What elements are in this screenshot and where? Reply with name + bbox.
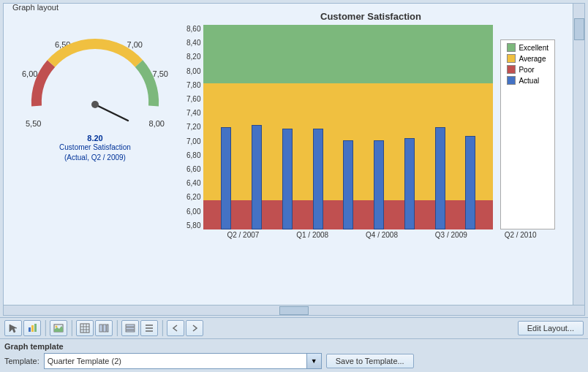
bar-rect xyxy=(252,125,262,229)
edit-layout-button[interactable]: Edit Layout... xyxy=(518,321,584,335)
xaxis-q4-2008: Q4 / 2008 xyxy=(366,231,398,239)
scrollbar-vertical[interactable] xyxy=(573,4,584,315)
gauge-svg: 6,00 6,50 7,00 7,50 5,50 8,00 xyxy=(22,26,168,128)
legend-poor: Poor xyxy=(507,65,549,74)
bar-rect xyxy=(374,140,384,229)
toolbar-btn-rows[interactable] xyxy=(121,320,139,336)
toolbar-btn-back[interactable] xyxy=(167,320,184,336)
toolbar-btn-list[interactable] xyxy=(140,320,158,336)
toolbar-separator-3 xyxy=(116,320,118,336)
svg-rect-13 xyxy=(99,324,102,332)
bar-q2-2007-2 xyxy=(252,125,262,229)
template-controls: Template: Quarter Template (2) ▼ Save to… xyxy=(4,353,584,369)
template-select[interactable]: Quarter Template (2) ▼ xyxy=(44,353,322,369)
legend-average: Average xyxy=(507,54,549,63)
bar-q3-2009-2 xyxy=(435,127,445,229)
barchart-area: 8,60 8,40 8,20 8,00 7,80 7,60 7,40 7,20 … xyxy=(186,25,555,229)
gauge-value: 8.20 xyxy=(87,134,102,143)
xaxis-q2-2010: Q2 / 2010 xyxy=(505,231,537,239)
svg-rect-3 xyxy=(29,327,31,332)
legend-box-excellent xyxy=(507,43,516,52)
svg-line-0 xyxy=(95,105,128,121)
legend-box-poor xyxy=(507,65,516,74)
legend-label-excellent: Excellent xyxy=(519,44,549,52)
rows-icon xyxy=(125,323,135,333)
template-select-text: Quarter Template (2) xyxy=(45,353,306,369)
main-container: Graph layout 6,00 6,50 7,00 7,50 5,50 8,… xyxy=(0,0,588,372)
bar-rect xyxy=(465,136,475,229)
bar-q2-2007-1 xyxy=(221,127,231,229)
save-template-button[interactable]: Save to Template... xyxy=(326,354,414,368)
bar-q1-2008-1 xyxy=(282,129,293,229)
bar-rect xyxy=(404,138,415,229)
svg-rect-14 xyxy=(103,324,106,332)
toolbar-separator-4 xyxy=(162,320,163,336)
legend-label-average: Average xyxy=(519,55,546,63)
barchart-container: Customer Satisfaction 8,60 8,40 8,20 8,0… xyxy=(179,11,577,239)
template-dropdown-btn[interactable]: ▼ xyxy=(306,354,321,368)
svg-rect-18 xyxy=(126,330,135,332)
legend-actual: Actual xyxy=(507,76,549,85)
gauge-container: 6,00 6,50 7,00 7,50 5,50 8,00 xyxy=(11,11,179,163)
panel-title: Graph layout xyxy=(10,3,61,12)
xaxis-q2-2007: Q2 / 2007 xyxy=(227,231,259,239)
template-section-label: Graph template xyxy=(4,342,584,351)
legend-box-actual xyxy=(507,76,516,85)
toolbar-btn-forward[interactable] xyxy=(186,320,203,336)
scrollbar-horizontal[interactable] xyxy=(4,305,584,315)
xaxis-q3-2009: Q3 / 2009 xyxy=(435,231,467,239)
svg-rect-17 xyxy=(126,327,135,330)
toolbar-btn-pointer[interactable] xyxy=(4,320,22,336)
barchart-title: Customer Satisfaction xyxy=(320,11,421,22)
bar-q4-2008-1 xyxy=(343,140,353,229)
legend-label-poor: Poor xyxy=(519,66,534,74)
svg-rect-8 xyxy=(80,324,89,333)
bar-q4-2008-2 xyxy=(374,140,384,229)
toolbar-btn-graph[interactable] xyxy=(23,320,41,336)
bars-wrapper xyxy=(203,25,493,229)
image-icon xyxy=(53,323,64,333)
graph-icon xyxy=(27,323,37,333)
legend-box-average xyxy=(507,54,516,63)
template-label: Template: xyxy=(4,357,39,365)
bar-rect xyxy=(435,127,445,229)
back-icon xyxy=(170,323,181,333)
bar-rect xyxy=(343,140,353,229)
svg-rect-16 xyxy=(126,324,135,327)
bar-q2-2010-1 xyxy=(465,136,475,229)
bar-q1-2008-2 xyxy=(313,129,323,229)
legend-excellent: Excellent xyxy=(507,43,549,52)
graph-layout-panel: Graph layout 6,00 6,50 7,00 7,50 5,50 8,… xyxy=(3,3,585,316)
pointer-icon xyxy=(8,323,18,333)
table-icon xyxy=(80,323,90,333)
graph-content: 6,00 6,50 7,00 7,50 5,50 8,00 xyxy=(4,4,584,315)
bar-rect xyxy=(313,129,323,229)
bar-q3-2009-1 xyxy=(404,138,415,229)
toolbar-row: Edit Layout... xyxy=(0,317,588,338)
legend-label-actual: Actual xyxy=(519,77,539,85)
xaxis-q1-2008: Q1 / 2008 xyxy=(296,231,328,239)
scrollbar-vertical-thumb[interactable] xyxy=(574,18,584,40)
svg-rect-5 xyxy=(34,324,37,332)
columns-icon xyxy=(99,323,109,333)
svg-point-1 xyxy=(91,101,99,108)
barchart-main xyxy=(203,25,493,229)
chart-legend: Excellent Average Poor Actual xyxy=(500,39,555,229)
barchart-xaxis: Q2 / 2007 Q1 / 2008 Q4 / 2008 Q3 / 2009 … xyxy=(186,231,555,239)
svg-rect-4 xyxy=(31,325,34,332)
gauge-svg-element xyxy=(22,26,168,128)
toolbar-separator-1 xyxy=(45,320,46,336)
barchart-yaxis: 8,60 8,40 8,20 8,00 7,80 7,60 7,40 7,20 … xyxy=(186,25,203,229)
toolbar-btn-image[interactable] xyxy=(50,320,67,336)
toolbar-btn-table[interactable] xyxy=(76,320,94,336)
template-row: Graph template Template: Quarter Templat… xyxy=(0,338,588,372)
toolbar-separator-2 xyxy=(71,320,72,336)
svg-rect-15 xyxy=(107,324,108,332)
list-icon xyxy=(144,323,154,333)
gauge-subtitle: Customer Satisfaction (Actual, Q2 / 2009… xyxy=(59,143,131,163)
bar-rect xyxy=(282,129,293,229)
scrollbar-horizontal-thumb[interactable] xyxy=(279,306,309,315)
forward-icon xyxy=(189,323,200,333)
bar-rect xyxy=(221,127,231,229)
toolbar-btn-columns[interactable] xyxy=(95,320,113,336)
